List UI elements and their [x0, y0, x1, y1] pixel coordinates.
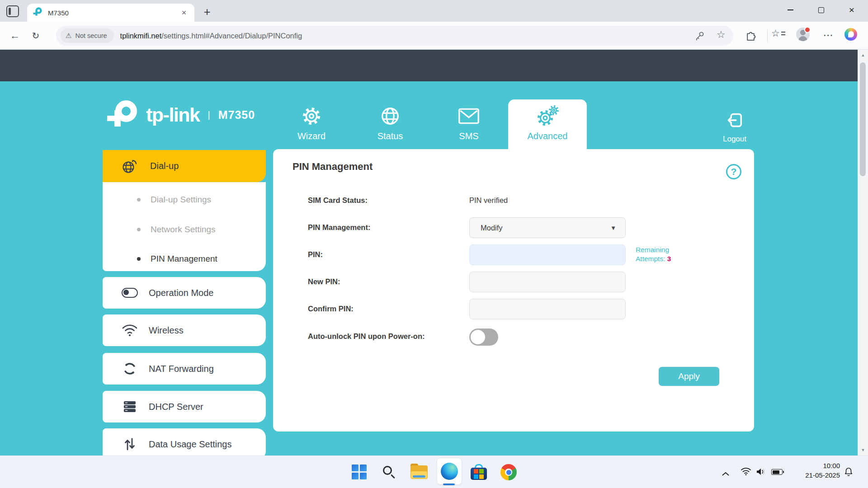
sidebar-item-nat-forwarding[interactable]: NAT Forwarding: [103, 353, 266, 385]
windows-taskbar: [0, 455, 868, 488]
remaining-attempts-line1: Remaining: [636, 245, 694, 254]
page-scrollbar[interactable]: ▲ ▼: [858, 50, 868, 455]
tray-volume-icon[interactable]: [756, 468, 767, 478]
new-pin-label: New PIN:: [308, 277, 340, 286]
submenu-label: PIN Management: [151, 254, 217, 264]
apply-button[interactable]: Apply: [659, 367, 719, 386]
logout-icon: [726, 111, 744, 131]
tab-actions-icon[interactable]: [6, 5, 19, 17]
globe-icon: [380, 105, 401, 127]
password-key-icon[interactable]: [695, 31, 705, 42]
tray-wifi-icon[interactable]: [741, 467, 751, 478]
tray-show-hidden-icons[interactable]: [722, 470, 730, 478]
pin-input[interactable]: [469, 244, 626, 265]
tab-sms-label: SMS: [459, 131, 478, 141]
sidebar-item-label: DHCP Server: [149, 402, 203, 412]
new-pin-input[interactable]: [469, 272, 626, 292]
tab-advanced-label: Advanced: [528, 131, 568, 141]
sidebar-item-wireless[interactable]: Wireless: [103, 314, 266, 346]
remaining-attempts: Remaining Attempts: 3: [636, 245, 694, 263]
tray-date: 21-05-2025: [787, 470, 840, 480]
security-chip[interactable]: ⚠ Not secure: [61, 28, 114, 43]
chrome-button[interactable]: [500, 463, 518, 481]
tab-title: M7350: [48, 9, 179, 17]
server-stack-icon: [122, 400, 138, 413]
tray-battery-icon[interactable]: [771, 469, 783, 475]
sidebar-item-label: Data Usage Settings: [149, 439, 231, 450]
logout-label: Logout: [723, 135, 746, 144]
settings-more-icon[interactable]: ⋯: [823, 28, 834, 42]
new-tab-button[interactable]: +: [200, 5, 214, 19]
file-explorer-button[interactable]: [410, 463, 428, 481]
brand-separator: |: [208, 110, 210, 120]
toggle-icon: [122, 288, 138, 298]
browser-tab-strip: M7350 × + ×: [0, 0, 868, 22]
help-button[interactable]: ?: [726, 164, 741, 179]
microsoft-store-button[interactable]: [470, 463, 488, 481]
extensions-puzzle-icon[interactable]: [744, 28, 757, 43]
warning-icon: ⚠: [66, 32, 71, 40]
autounlock-label: Auto-unlock PIN upon Power-on:: [308, 332, 425, 341]
tab-status[interactable]: Status: [356, 105, 424, 141]
screen: M7350 × + × ← ↻ ⚠ Not secure tplinkmifi.…: [0, 0, 868, 488]
tab-wizard[interactable]: Wizard: [278, 105, 345, 141]
tplink-logo: tp-link | M7350: [105, 99, 255, 130]
pin-mode-label: PIN Management:: [308, 223, 370, 232]
close-icon: ×: [849, 5, 854, 14]
confirm-pin-input[interactable]: [469, 299, 626, 319]
window-maximize-button[interactable]: [811, 2, 831, 18]
remaining-attempts-count: 3: [667, 255, 671, 263]
pin-mode-selected-value: Modify: [481, 224, 503, 232]
scrollbar-thumb[interactable]: [860, 62, 866, 176]
sidebar-item-pin-management[interactable]: PIN Management: [103, 252, 266, 266]
sidebar-item-network-settings[interactable]: Network Settings: [103, 223, 266, 236]
window-close-button[interactable]: ×: [842, 2, 862, 18]
window-minimize-button[interactable]: [780, 2, 800, 18]
device-model: M7350: [218, 108, 255, 122]
search-icon: [382, 465, 396, 479]
url-text: tplinkmifi.net/settings.html#Advanced/Di…: [120, 32, 302, 40]
toggle-knob: [471, 330, 485, 344]
pin-management-select[interactable]: Modify ▼: [469, 217, 626, 238]
notification-dot: [804, 27, 811, 33]
tab-sms[interactable]: SMS: [435, 105, 503, 141]
bullet-icon: [137, 228, 141, 231]
up-down-arrows-icon: [122, 437, 138, 451]
browser-tab[interactable]: M7350 ×: [27, 4, 194, 22]
tab-close-icon[interactable]: ×: [179, 8, 189, 18]
sidebar-item-dhcp-server[interactable]: DHCP Server: [103, 391, 266, 422]
profile-avatar[interactable]: [796, 28, 810, 41]
back-button[interactable]: ←: [7, 28, 23, 43]
logout-button[interactable]: Logout: [717, 111, 753, 144]
tray-notifications-bell-icon[interactable]: [844, 467, 854, 479]
taskbar-search-button[interactable]: [380, 463, 398, 481]
dialup-globe-icon: [122, 159, 138, 174]
favorites-icon[interactable]: ☆: [771, 29, 785, 38]
copilot-icon[interactable]: [844, 28, 857, 41]
url-host: tplinkmifi.net: [120, 32, 162, 40]
bullet-icon: [137, 257, 141, 261]
browser-toolbar: ← ↻ ⚠ Not secure tplinkmifi.net/settings…: [0, 22, 868, 50]
scroll-up-icon[interactable]: ▲: [858, 51, 868, 60]
refresh-button[interactable]: ↻: [28, 28, 43, 43]
windows-logo-icon: [352, 465, 367, 480]
start-button[interactable]: [350, 463, 368, 481]
bullet-icon: [137, 198, 141, 202]
pin-label: PIN:: [308, 250, 323, 259]
sidebar-item-label: Operation Mode: [149, 288, 213, 298]
scroll-down-icon[interactable]: ▼: [858, 446, 868, 455]
security-label: Not secure: [75, 32, 107, 39]
circular-arrows-icon: [122, 362, 138, 375]
sim-status-label: SIM Card Status:: [308, 196, 368, 205]
tray-clock[interactable]: 10:00 21-05-2025: [787, 461, 840, 480]
sidebar-item-dialup[interactable]: Dial-up: [103, 150, 266, 182]
tab-advanced[interactable]: Advanced: [514, 105, 581, 141]
edge-browser-button[interactable]: [437, 458, 462, 485]
sidebar-item-dialup-settings[interactable]: Dial-up Settings: [103, 193, 266, 206]
sidebar-item-operation-mode[interactable]: Operation Mode: [103, 277, 266, 309]
sidebar-item-data-usage-settings[interactable]: Data Usage Settings: [103, 428, 266, 455]
submenu-label: Network Settings: [151, 225, 216, 235]
address-bar[interactable]: ⚠ Not secure tplinkmifi.net/settings.htm…: [56, 26, 733, 46]
autounlock-toggle[interactable]: [469, 328, 498, 346]
bookmark-star-icon[interactable]: ☆: [717, 29, 726, 41]
